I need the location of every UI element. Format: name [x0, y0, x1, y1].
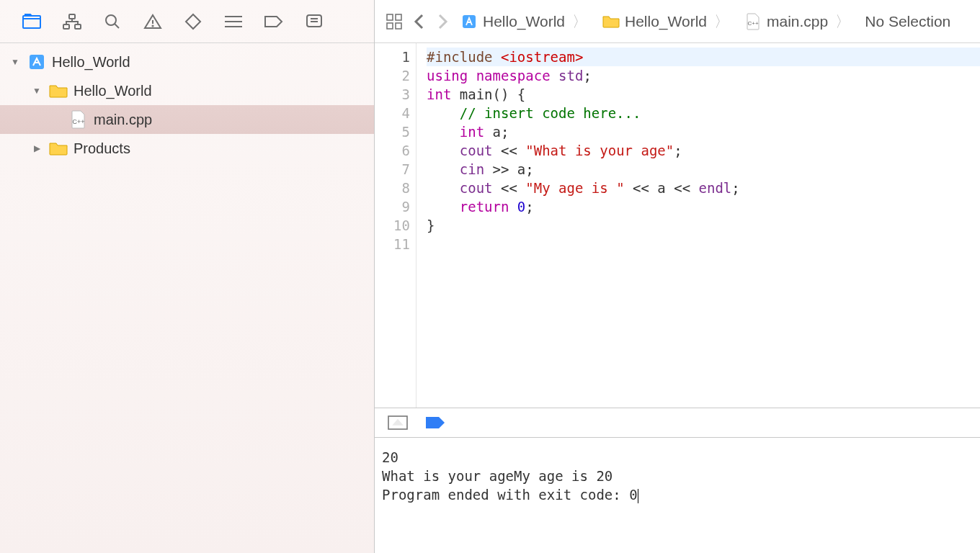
- svg-rect-0: [23, 16, 40, 28]
- breadcrumb-project[interactable]: Hello_World 〉: [460, 12, 590, 32]
- breadcrumb-label: Hello_World: [483, 13, 565, 30]
- chevron-right-icon: 〉: [569, 12, 590, 32]
- svg-point-4: [106, 15, 116, 25]
- tree-row-project[interactable]: ▼ Hello_World: [0, 48, 374, 76]
- tree-label: Products: [74, 140, 130, 157]
- editor-area: Hello_World 〉 Hello_World 〉 C++ main.cpp…: [375, 0, 980, 553]
- go-back-icon[interactable]: [414, 14, 425, 30]
- go-forward-icon[interactable]: [437, 14, 448, 30]
- breadcrumb-label: main.cpp: [767, 13, 828, 30]
- xcode-project-icon: [27, 53, 46, 71]
- report-navigator-icon[interactable]: [304, 12, 324, 32]
- tree-label: Hello_World: [52, 54, 130, 71]
- tree-row-group[interactable]: ▼ Hello_World: [0, 76, 374, 105]
- svg-rect-2: [63, 24, 69, 29]
- xcode-project-icon: [460, 13, 478, 30]
- source-editor[interactable]: 1234567891011 #include <iostream>using n…: [375, 43, 980, 408]
- breadcrumb-selection[interactable]: No Selection: [865, 13, 950, 30]
- svg-point-5: [152, 25, 153, 26]
- disclosure-triangle-icon[interactable]: ▼: [9, 55, 22, 68]
- find-navigator-icon[interactable]: [102, 12, 122, 32]
- disclosure-triangle-icon[interactable]: ▶: [30, 142, 43, 155]
- navigator-toolbar: [0, 0, 374, 43]
- breadcrumb-file[interactable]: C++ main.cpp 〉: [744, 12, 853, 32]
- svg-rect-12: [396, 23, 401, 29]
- tree-label: main.cpp: [94, 112, 152, 128]
- chevron-right-icon: 〉: [832, 12, 853, 32]
- test-navigator-icon[interactable]: [183, 12, 203, 32]
- svg-rect-1: [69, 14, 75, 19]
- source-control-navigator-icon[interactable]: [62, 12, 82, 32]
- debug-navigator-icon[interactable]: [223, 12, 244, 32]
- project-navigator: ▼ Hello_World ▼ Hello_World C++ main.cpp: [0, 0, 375, 553]
- cpp-file-icon: C++: [744, 13, 762, 30]
- console-output[interactable]: 20What is your ageMy age is 20Program en…: [375, 438, 980, 553]
- breadcrumb-group[interactable]: Hello_World 〉: [602, 12, 732, 32]
- folder-icon: [602, 13, 620, 30]
- svg-text:C++: C++: [72, 118, 84, 125]
- debug-view-toggle-icon[interactable]: [388, 415, 408, 430]
- chevron-right-icon: 〉: [711, 12, 732, 32]
- breakpoint-toggle-icon[interactable]: [425, 415, 447, 430]
- code-content[interactable]: #include <iostream>using namespace std;i…: [416, 43, 980, 408]
- tree-row-file-main[interactable]: C++ main.cpp: [0, 105, 374, 134]
- breadcrumb-label: Hello_World: [625, 13, 707, 30]
- jump-bar: Hello_World 〉 Hello_World 〉 C++ main.cpp…: [375, 0, 980, 43]
- related-items-icon[interactable]: [386, 14, 402, 30]
- tree-row-products[interactable]: ▶ Products: [0, 134, 374, 163]
- tree-label: Hello_World: [74, 83, 152, 99]
- cpp-file-icon: C++: [69, 111, 88, 128]
- svg-rect-9: [387, 14, 393, 20]
- project-tree: ▼ Hello_World ▼ Hello_World C++ main.cpp: [0, 43, 374, 553]
- svg-rect-11: [387, 23, 393, 29]
- project-navigator-icon[interactable]: [22, 12, 42, 32]
- folder-icon: [49, 140, 68, 157]
- line-number-gutter[interactable]: 1234567891011: [375, 43, 416, 408]
- breakpoint-navigator-icon[interactable]: [264, 12, 284, 32]
- folder-icon: [49, 82, 68, 99]
- svg-text:C++: C++: [747, 20, 758, 27]
- svg-rect-10: [396, 14, 401, 20]
- breadcrumb-label: No Selection: [865, 13, 950, 30]
- debug-bar: [375, 408, 980, 438]
- svg-rect-3: [75, 24, 81, 29]
- issue-navigator-icon[interactable]: [143, 12, 163, 32]
- disclosure-triangle-icon[interactable]: ▼: [30, 84, 43, 97]
